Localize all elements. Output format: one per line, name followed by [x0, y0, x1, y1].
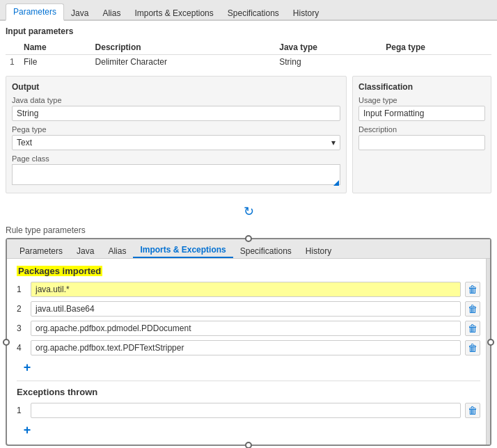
table-row: 1 File Delimiter Character String: [6, 55, 491, 70]
delete-package-1[interactable]: 🗑: [465, 282, 480, 297]
tab-java-top[interactable]: Java: [64, 6, 95, 21]
row-pegatype-1: [381, 55, 491, 70]
delete-package-3[interactable]: 🗑: [465, 321, 480, 336]
delete-exception-icon-1: 🗑: [468, 405, 478, 416]
usage-type-input[interactable]: [358, 106, 485, 121]
output-title: Output: [12, 82, 340, 92]
package-row-4: 4 🗑: [17, 340, 480, 355]
dropdown-icon: ▾: [331, 138, 336, 147]
inner-tab-specifications[interactable]: Specifications: [233, 244, 299, 258]
exceptions-section: Exceptions thrown 1 🗑 +: [17, 387, 480, 438]
delete-icon-4: 🗑: [468, 342, 478, 353]
col-num-header: [6, 40, 19, 55]
page-class-wrapper: [12, 164, 340, 187]
row-description-1: Delimiter Character: [91, 55, 276, 70]
tab-specifications-top[interactable]: Specifications: [221, 6, 286, 21]
refresh-area: ↻: [6, 200, 491, 223]
inner-tab-history[interactable]: History: [299, 244, 338, 258]
tab-alias-top[interactable]: Alias: [95, 6, 127, 21]
tab-imports-top[interactable]: Imports & Exceptions: [127, 6, 220, 21]
delete-icon-2: 🗑: [468, 303, 478, 314]
row-num-1: 1: [6, 55, 19, 70]
inner-tab-imports[interactable]: Imports & Exceptions: [133, 243, 232, 258]
col-javatype-header: Java type: [275, 40, 381, 55]
input-parameters-title: Input parameters: [6, 26, 491, 36]
usage-type-label: Usage type: [358, 96, 485, 104]
classification-description-label: Description: [358, 125, 485, 134]
rule-type-title: Rule type parameters: [6, 225, 491, 235]
inner-tab-alias[interactable]: Alias: [101, 244, 133, 258]
classification-description-input[interactable]: [358, 135, 485, 150]
exception-input-1[interactable]: [31, 403, 461, 418]
package-row-3: 3 🗑: [17, 321, 480, 336]
row-javatype-1: String: [275, 55, 381, 70]
pega-type-select[interactable]: Text ▾: [12, 135, 340, 150]
exception-num-1: 1: [17, 406, 31, 415]
inner-content: Packages imported 1 🗑 2: [7, 259, 490, 445]
package-num-2: 2: [17, 304, 31, 314]
add-exception-button[interactable]: +: [19, 422, 35, 438]
package-input-1[interactable]: [31, 282, 461, 297]
delete-exception-1[interactable]: 🗑: [465, 403, 480, 418]
input-parameters-table: Name Description Java type Pega type 1 F…: [6, 40, 491, 69]
delete-package-2[interactable]: 🗑: [465, 301, 480, 317]
packages-section: Packages imported 1 🗑 2: [17, 266, 480, 375]
java-data-type-input[interactable]: [12, 106, 340, 121]
package-num-1: 1: [17, 285, 31, 294]
delete-icon-1: 🗑: [468, 284, 478, 295]
inner-tab-parameters[interactable]: Parameters: [13, 244, 70, 258]
inner-tab-bar: Parameters Java Alias Imports & Exceptio…: [7, 239, 490, 259]
add-package-button[interactable]: +: [19, 360, 35, 375]
package-row-1: 1 🗑: [17, 282, 480, 297]
classification-box: Classification Usage type Description: [352, 76, 491, 193]
package-num-4: 4: [17, 343, 31, 353]
exception-row-1: 1 🗑: [17, 403, 480, 418]
refresh-button[interactable]: ↻: [240, 203, 257, 220]
top-tab-bar: Parameters Java Alias Imports & Exceptio…: [0, 0, 497, 21]
handle-left[interactable]: [3, 339, 10, 346]
pega-type-label: Pega type: [12, 125, 340, 134]
delete-icon-3: 🗑: [468, 323, 478, 334]
rule-type-section: Rule type parameters Parameters Java Ali…: [6, 225, 491, 446]
section-divider: [17, 381, 480, 381]
classification-title: Classification: [358, 82, 485, 92]
col-pegatype-header: Pega type: [381, 40, 491, 55]
tab-history-top[interactable]: History: [286, 6, 326, 21]
handle-bottom[interactable]: [245, 442, 252, 448]
tab-parameters-top[interactable]: Parameters: [6, 3, 64, 21]
package-row-2: 2 🗑: [17, 301, 480, 317]
output-box: Output Java data type Pega type Text ▾ P…: [6, 76, 347, 193]
exceptions-title: Exceptions thrown: [17, 387, 480, 397]
package-input-2[interactable]: [31, 301, 461, 317]
scroll-bar[interactable]: [486, 259, 490, 445]
java-data-type-label: Java data type: [12, 96, 340, 104]
delete-package-4[interactable]: 🗑: [465, 340, 480, 355]
packages-title: Packages imported: [17, 266, 102, 276]
inner-tab-java[interactable]: Java: [70, 244, 101, 258]
inner-rule-box: Parameters Java Alias Imports & Exceptio…: [6, 238, 491, 446]
package-input-4[interactable]: [31, 340, 461, 355]
row-name-1: File: [19, 55, 91, 70]
output-classification-area: Output Java data type Pega type Text ▾ P…: [6, 76, 491, 193]
col-description-header: Description: [91, 40, 276, 55]
page-class-label: Page class: [12, 154, 340, 163]
page-class-input[interactable]: [12, 164, 340, 185]
handle-right[interactable]: [487, 339, 494, 346]
col-name-header: Name: [19, 40, 91, 55]
handle-top[interactable]: [245, 235, 252, 242]
main-content: Input parameters Name Description Java t…: [0, 21, 497, 448]
package-num-3: 3: [17, 323, 31, 333]
package-input-3[interactable]: [31, 321, 461, 336]
packages-title-wrapper: Packages imported: [17, 266, 480, 276]
